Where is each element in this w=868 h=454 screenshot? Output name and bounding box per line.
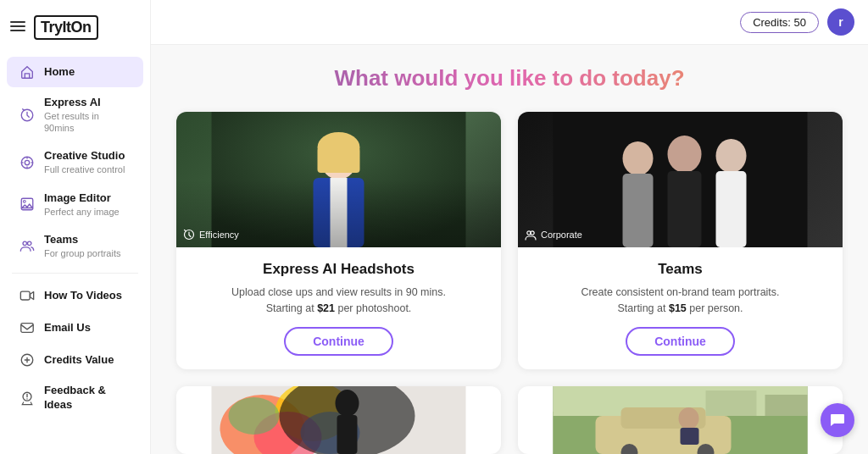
sidebar-item-how-to-videos-text: How To Videos xyxy=(44,289,122,303)
sidebar-divider xyxy=(12,273,138,274)
svg-rect-1 xyxy=(10,25,25,27)
svg-rect-32 xyxy=(716,171,747,247)
sidebar-header: TryItOn xyxy=(0,7,150,48)
sidebar-item-express-ai-text: Express AI Get results in 90mins xyxy=(44,96,131,134)
chat-bubble[interactable] xyxy=(821,403,854,437)
teams-card-title: Teams xyxy=(658,261,703,278)
express-ai-card-body: Express AI Headshots Upload close ups an… xyxy=(176,247,501,369)
credits-icon xyxy=(19,352,36,368)
hamburger-icon[interactable] xyxy=(10,19,25,37)
svg-point-11 xyxy=(24,201,26,203)
creative-studio-card-image xyxy=(176,386,501,454)
sidebar-item-image-editor[interactable]: Image Editor Perfect any image xyxy=(7,185,143,224)
express-ai-card-title: Express AI Headshots xyxy=(263,261,415,278)
sidebar-item-feedback-text: Feedback & Ideas xyxy=(44,384,131,412)
teams-card: Corporate Teams Create consistent on-bra… xyxy=(518,112,843,369)
sidebar-item-creative-studio-sublabel: Full creative control xyxy=(44,163,125,175)
home-icon xyxy=(19,64,36,80)
teams-badge: Corporate xyxy=(525,229,582,241)
sidebar-item-teams-label: Teams xyxy=(44,233,120,247)
svg-point-31 xyxy=(716,139,747,173)
sidebar-nav: Home Express AI Get results in 90mins xyxy=(0,48,150,454)
svg-point-53 xyxy=(679,407,699,429)
svg-rect-14 xyxy=(20,291,30,300)
svg-point-5 xyxy=(25,160,29,164)
express-ai-badge-text: Efficiency xyxy=(199,230,239,240)
svg-rect-54 xyxy=(681,428,699,445)
sidebar-item-how-to-videos[interactable]: How To Videos xyxy=(7,280,143,311)
sidebar-item-creative-studio[interactable]: Creative Studio Full creative control xyxy=(7,142,143,182)
svg-point-18 xyxy=(26,398,27,399)
avatar[interactable]: r xyxy=(827,8,854,36)
teams-card-image: Corporate xyxy=(518,112,843,247)
credits-badge[interactable]: Credits: 50 xyxy=(740,12,819,33)
teams-card-desc: Create consistent on-brand team portrait… xyxy=(581,285,779,317)
teams-badge-text: Corporate xyxy=(541,230,582,240)
svg-point-29 xyxy=(668,136,702,173)
sidebar-item-express-ai[interactable]: Express AI Get results in 90mins xyxy=(7,89,143,141)
teams-icon xyxy=(19,237,36,254)
sidebar-item-teams-text: Teams For group portraits xyxy=(44,233,120,259)
content-area: What would you like to do today? xyxy=(151,45,868,454)
image-editor-icon xyxy=(19,196,36,213)
express-ai-card-desc: Upload close ups and view results in 90 … xyxy=(231,285,446,317)
sidebar-item-image-editor-label: Image Editor xyxy=(44,191,120,206)
image-editor-card xyxy=(518,386,843,454)
topbar: Credits: 50 r xyxy=(151,0,868,45)
svg-point-27 xyxy=(623,141,654,175)
express-ai-icon xyxy=(19,107,36,124)
svg-rect-23 xyxy=(314,178,364,247)
express-ai-card-image: Efficiency xyxy=(176,112,501,247)
page-title: What would you like to do today? xyxy=(176,65,843,91)
sidebar-item-teams-sublabel: For group portraits xyxy=(44,247,120,259)
teams-card-body: Teams Create consistent on-brand team po… xyxy=(518,247,843,369)
sidebar-item-express-ai-label: Express AI xyxy=(44,96,131,110)
sidebar-item-how-to-videos-label: How To Videos xyxy=(44,289,122,303)
feedback-icon xyxy=(19,390,36,407)
sidebar-item-image-editor-sublabel: Perfect any image xyxy=(44,206,120,218)
sidebar-item-email-us-label: Email Us xyxy=(44,321,91,335)
svg-rect-22 xyxy=(318,147,360,173)
sidebar-item-feedback-label: Feedback & Ideas xyxy=(44,384,131,412)
sidebar-item-home-text: Home xyxy=(44,65,75,80)
sidebar-item-teams[interactable]: Teams For group portraits xyxy=(7,226,143,266)
sidebar-item-creative-studio-label: Creative Studio xyxy=(44,149,125,163)
svg-rect-24 xyxy=(331,178,348,247)
sidebar-item-email-us-text: Email Us xyxy=(44,321,91,335)
svg-rect-28 xyxy=(623,174,654,247)
express-ai-card: Efficiency Express AI Headshots Upload c… xyxy=(176,112,501,369)
sidebar-item-express-ai-sublabel: Get results in 90mins xyxy=(44,110,131,135)
svg-point-12 xyxy=(23,242,27,246)
svg-point-42 xyxy=(336,390,359,417)
sidebar-item-image-editor-text: Image Editor Perfect any image xyxy=(44,191,120,218)
sidebar-item-email-us[interactable]: Email Us xyxy=(7,313,143,343)
express-ai-badge: Efficiency xyxy=(183,229,239,241)
sidebar-item-credits-value-label: Credits Value xyxy=(44,353,114,368)
svg-rect-48 xyxy=(765,395,808,416)
sidebar: TryItOn Home xyxy=(0,0,151,454)
svg-point-40 xyxy=(229,397,280,435)
creative-studio-card xyxy=(176,386,501,454)
creative-studio-icon xyxy=(19,154,36,171)
main-content: Credits: 50 r What would you like to do … xyxy=(151,0,868,454)
image-editor-card-image xyxy=(518,386,843,454)
video-icon xyxy=(19,287,36,304)
sidebar-item-credits-value[interactable]: Credits Value xyxy=(7,345,143,375)
express-ai-continue-button[interactable]: Continue xyxy=(284,327,393,356)
app-logo: TryItOn xyxy=(34,15,98,40)
svg-rect-0 xyxy=(10,21,25,23)
sidebar-item-credits-value-text: Credits Value xyxy=(44,353,114,368)
sidebar-item-home-label: Home xyxy=(44,65,75,80)
svg-point-13 xyxy=(27,242,31,246)
svg-rect-43 xyxy=(337,415,358,454)
sidebar-item-home[interactable]: Home xyxy=(7,57,143,87)
svg-rect-2 xyxy=(10,30,25,31)
svg-rect-30 xyxy=(668,171,702,247)
sidebar-item-creative-studio-text: Creative Studio Full creative control xyxy=(44,149,125,175)
sidebar-item-feedback[interactable]: Feedback & Ideas xyxy=(7,377,143,419)
svg-rect-15 xyxy=(21,324,33,333)
email-icon xyxy=(19,319,36,336)
teams-continue-button[interactable]: Continue xyxy=(626,327,735,356)
cards-grid: Efficiency Express AI Headshots Upload c… xyxy=(176,112,843,454)
svg-rect-47 xyxy=(706,390,757,416)
